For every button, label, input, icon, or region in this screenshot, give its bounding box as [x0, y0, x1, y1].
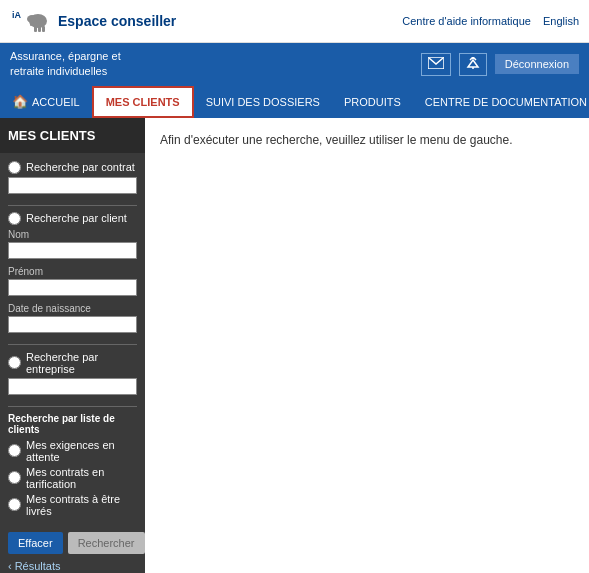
divider-3 — [8, 406, 137, 407]
chevron-left-icon: ‹ — [8, 560, 12, 572]
prenom-input[interactable] — [8, 279, 137, 296]
blue-subheader: Assurance, épargne et retraite individue… — [0, 43, 589, 86]
radio-contrat[interactable] — [8, 161, 21, 174]
sidebar-title: MES CLIENTS — [0, 118, 145, 153]
list-section-title: Recherche par liste de clients — [8, 413, 137, 435]
radio-exigences-label[interactable]: Mes exigences en attente — [8, 439, 137, 463]
contrat-input[interactable] — [8, 177, 137, 194]
rechercher-button[interactable]: Rechercher — [68, 532, 145, 554]
radio-client-label[interactable]: Recherche par client — [8, 212, 137, 225]
nom-label: Nom — [8, 229, 137, 240]
language-link[interactable]: English — [543, 15, 579, 27]
effacer-button[interactable]: Effacer — [8, 532, 63, 554]
radio-tarification[interactable] — [8, 471, 21, 484]
svg-rect-6 — [42, 26, 45, 32]
nav-bar: 🏠 ACCUEIL MES CLIENTS SUIVI DES DOSSIERS… — [0, 86, 589, 118]
resultats-link[interactable]: ‹ Résultats — [0, 560, 145, 573]
radio-entreprise-label[interactable]: Recherche par entreprise — [8, 351, 137, 375]
divider-1 — [8, 205, 137, 206]
ia-logo-icon: iA — [10, 6, 50, 36]
nav-centre-doc[interactable]: CENTRE DE DOCUMENTATION — [413, 86, 589, 118]
sidebar: MES CLIENTS Recherche par contrat Recher… — [0, 118, 145, 573]
radio-exigences[interactable] — [8, 444, 21, 457]
dob-input[interactable] — [8, 316, 137, 333]
nav-mes-clients[interactable]: MES CLIENTS — [92, 86, 194, 118]
nom-input[interactable] — [8, 242, 137, 259]
sidebar-section: Recherche par contrat Recherche par clie… — [0, 153, 145, 524]
radio-livres[interactable] — [8, 498, 21, 511]
main-content: Afin d'exécuter une recherche, veuillez … — [145, 118, 589, 573]
radio-entreprise[interactable] — [8, 356, 21, 369]
entreprise-input[interactable] — [8, 378, 137, 395]
radio-client[interactable] — [8, 212, 21, 225]
subheader-actions: Déconnexion — [421, 53, 579, 76]
help-link[interactable]: Centre d'aide informatique — [402, 15, 531, 27]
header-links: Centre d'aide informatique English — [402, 15, 579, 27]
logo-area: iA Espace conseiller — [10, 6, 176, 36]
main-message: Afin d'exécuter une recherche, veuillez … — [160, 133, 574, 147]
svg-text:iA: iA — [12, 10, 22, 20]
radio-tarification-label[interactable]: Mes contrats en tarification — [8, 466, 137, 490]
recherche-entreprise-group: Recherche par entreprise — [8, 351, 137, 398]
sidebar-buttons: Effacer Rechercher — [8, 532, 137, 554]
svg-rect-5 — [38, 26, 41, 32]
svg-rect-7 — [30, 21, 32, 26]
subheader-text: Assurance, épargne et retraite individue… — [10, 49, 121, 80]
svg-rect-4 — [34, 26, 37, 32]
dob-label: Date de naissance — [8, 303, 137, 314]
app-title: Espace conseiller — [58, 13, 176, 29]
nav-produits[interactable]: PRODUITS — [332, 86, 413, 118]
svg-marker-9 — [468, 60, 478, 67]
nav-accueil[interactable]: 🏠 ACCUEIL — [0, 86, 92, 118]
main-layout: MES CLIENTS Recherche par contrat Recher… — [0, 118, 589, 573]
home-icon: 🏠 — [12, 94, 28, 109]
recherche-client-group: Recherche par client Nom Prénom Date de … — [8, 212, 137, 336]
mail-icon[interactable] — [421, 53, 451, 76]
svg-point-3 — [27, 15, 37, 23]
prenom-label: Prénom — [8, 266, 137, 277]
radio-livres-label[interactable]: Mes contrats à être livrés — [8, 493, 137, 517]
deconnexion-button[interactable]: Déconnexion — [495, 54, 579, 74]
divider-2 — [8, 344, 137, 345]
header-top: iA Espace conseiller Centre d'aide infor… — [0, 0, 589, 43]
dropdown-icon[interactable] — [459, 53, 487, 76]
radio-contrat-label[interactable]: Recherche par contrat — [8, 161, 137, 174]
nav-suivi-dossiers[interactable]: SUIVI DES DOSSIERS — [194, 86, 332, 118]
recherche-contrat-group: Recherche par contrat — [8, 161, 137, 197]
